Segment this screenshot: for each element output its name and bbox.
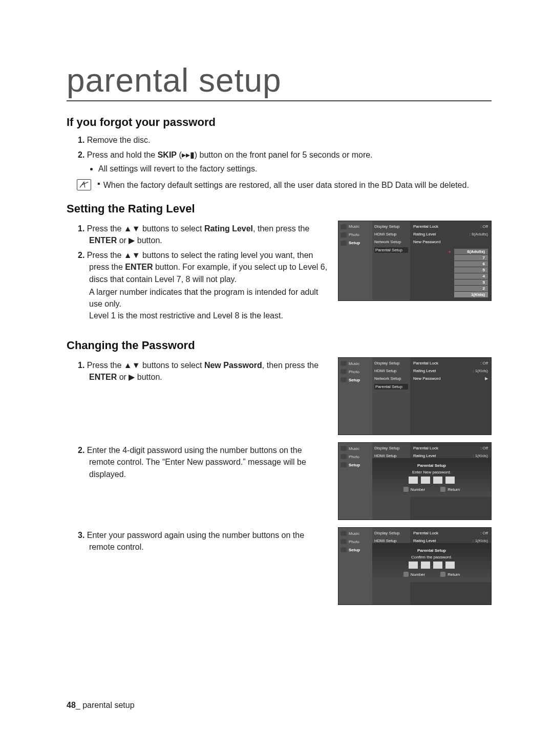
t: Parental Lock bbox=[413, 361, 438, 365]
number-icon bbox=[403, 572, 409, 577]
t: Number bbox=[411, 487, 425, 492]
ms-left-item: Photo bbox=[341, 539, 370, 544]
change-row-1: 1. Press the ▲▼ buttons to select New Pa… bbox=[67, 357, 492, 442]
number-button: Number bbox=[403, 487, 425, 492]
step-number: 1. bbox=[78, 224, 84, 233]
t: Parental Lock bbox=[413, 446, 438, 450]
music-icon bbox=[341, 361, 347, 366]
t: Number bbox=[411, 572, 425, 577]
t: Press the ▲▼ buttons to select bbox=[87, 361, 204, 370]
t: Photo bbox=[349, 232, 359, 237]
t: , then press the bbox=[253, 224, 309, 233]
forgot-sub-bullet: All settings will revert to the factory … bbox=[89, 163, 492, 175]
pw-box bbox=[409, 561, 418, 569]
rating-step-1: 1. Press the ▲▼ buttons to select Rating… bbox=[78, 223, 329, 246]
heading-changing-password: Changing the Password bbox=[67, 339, 492, 352]
t: or ▶ button. bbox=[117, 236, 162, 245]
ms-left-item: Photo bbox=[341, 369, 370, 374]
rating-step-2: 2. Press the ▲▼ buttons to select the ra… bbox=[78, 249, 329, 321]
t: Rating Level bbox=[413, 369, 436, 373]
music-icon bbox=[341, 224, 347, 229]
t: Parental Lock bbox=[413, 224, 438, 229]
step-number: 3. bbox=[78, 531, 84, 539]
ms-left-col: Music Photo Setup bbox=[338, 528, 372, 604]
opt: 3 bbox=[454, 279, 488, 285]
opt: 2 bbox=[454, 286, 488, 291]
return-button: Return bbox=[440, 572, 460, 577]
step-number: 2. bbox=[78, 251, 84, 260]
opt: 4 bbox=[454, 273, 488, 279]
t: : Off bbox=[480, 224, 488, 229]
step-text-post: button on the front panel for 5 seconds … bbox=[200, 150, 373, 159]
heading-forgot-password: If you forgot your password bbox=[67, 116, 492, 129]
note-row: ▪ When the factory default settings are … bbox=[77, 179, 492, 191]
t: Setup bbox=[349, 463, 360, 467]
change-screenshot-3: Music Photo Setup Display Setup HDMI Set… bbox=[338, 527, 492, 612]
gear-icon bbox=[341, 377, 347, 382]
t: New Password bbox=[413, 240, 440, 244]
ms-mid-item: HDMI Setup bbox=[374, 453, 408, 458]
forgot-step-1: 1. Remove the disc. bbox=[78, 134, 492, 146]
rating-text-col: 1. Press the ▲▼ buttons to select Rating… bbox=[67, 221, 329, 325]
ms-right-row: New Password▶ bbox=[413, 376, 488, 381]
t: Music bbox=[349, 446, 359, 451]
forgot-steps: 1. Remove the disc. 2. Press and hold th… bbox=[67, 134, 492, 175]
skip-label: SKIP bbox=[158, 150, 177, 159]
password-dialog: Parental Setup Confirm the password. Num… bbox=[372, 543, 491, 582]
photo-icon bbox=[341, 232, 347, 237]
ms-right-row: Parental Lock: Off bbox=[413, 531, 488, 535]
t: Setup bbox=[349, 241, 360, 245]
text-col: 3. Enter your password again using the n… bbox=[67, 527, 329, 556]
step-text: Enter your password again using the numb… bbox=[87, 531, 304, 551]
dialog-prompt: Confirm the password. bbox=[372, 555, 491, 559]
music-icon bbox=[341, 531, 347, 536]
photo-icon bbox=[341, 369, 347, 374]
t: Rating Level bbox=[413, 453, 436, 458]
t: Rating Level bbox=[413, 538, 436, 543]
rating-screenshot: Music Photo Setup Display Setup HDMI Set… bbox=[338, 221, 492, 308]
ms-right-col: Parental Lock: Off Rating Level: 8(Adult… bbox=[410, 221, 491, 300]
change-step-1: 1. Press the ▲▼ buttons to select New Pa… bbox=[78, 359, 329, 383]
step-number: 1. bbox=[78, 361, 84, 370]
t: : Off bbox=[480, 361, 488, 365]
heading-rating-level: Setting the Rating Level bbox=[67, 202, 492, 215]
t: Setup bbox=[349, 548, 360, 552]
ms-mid-item: Parental Setup bbox=[374, 247, 408, 253]
note-bullet: ▪ bbox=[97, 179, 100, 188]
ms-left-col: Music Photo Setup bbox=[338, 443, 372, 520]
rating-extra2: Level 1 is the most restrictive and Leve… bbox=[89, 310, 329, 321]
t: New Password bbox=[204, 361, 262, 370]
t: : 1(Kids) bbox=[473, 453, 488, 458]
ms-mid-item: HDMI Setup bbox=[374, 369, 408, 373]
ms-left-item: Music bbox=[341, 224, 370, 229]
ms-mid-item: Display Setup bbox=[374, 531, 408, 535]
t: Photo bbox=[349, 539, 359, 544]
ms-left-item: Setup bbox=[341, 547, 370, 552]
t: : 8(Adults) bbox=[470, 232, 488, 236]
gear-icon bbox=[341, 241, 347, 246]
opt: 6 bbox=[454, 261, 488, 267]
text-col: 2. Enter the 4-digit password using the … bbox=[67, 442, 329, 483]
menu-screenshot-change3: Music Photo Setup Display Setup HDMI Set… bbox=[338, 527, 492, 605]
ms-left-item: Music bbox=[341, 446, 370, 451]
return-button: Return bbox=[440, 487, 460, 492]
skip-glyph: (▸▸▮) bbox=[177, 150, 200, 159]
ms-left-item: Music bbox=[341, 531, 370, 536]
opt: 7 bbox=[454, 255, 488, 261]
pw-box bbox=[421, 477, 430, 484]
note-icon bbox=[77, 179, 91, 190]
step-number: 1. bbox=[78, 136, 84, 144]
t: ENTER bbox=[89, 236, 117, 245]
ms-mid-item: Display Setup bbox=[374, 224, 408, 229]
ms-left-item: Photo bbox=[341, 232, 370, 237]
ms-mid-item: Display Setup bbox=[374, 361, 408, 365]
t: Return bbox=[448, 487, 460, 492]
t: Music bbox=[349, 531, 359, 536]
t: ▶ bbox=[485, 376, 488, 381]
t: Setup bbox=[349, 378, 360, 382]
ms-options: ▸8(Adults) 7 6 5 4 3 2 1(Kids) bbox=[413, 248, 488, 297]
menu-screenshot-change1: Music Photo Setup Display Setup HDMI Set… bbox=[338, 357, 492, 435]
dialog-buttons: Number Return bbox=[372, 487, 491, 492]
text-col: 1. Press the ▲▼ buttons to select New Pa… bbox=[67, 357, 329, 386]
dialog-title: Parental Setup bbox=[372, 463, 491, 468]
